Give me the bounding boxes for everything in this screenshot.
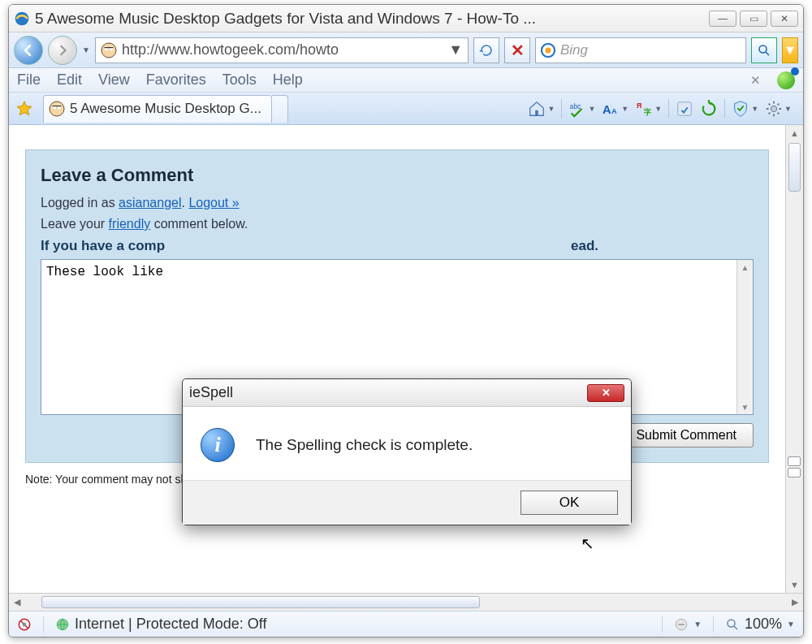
- bold-suffix: ead.: [571, 238, 598, 253]
- search-provider-dropdown[interactable]: ▼: [782, 37, 798, 63]
- dialog-message: The Spelling check is complete.: [256, 436, 473, 454]
- hscroll-right-icon[interactable]: ▶: [787, 597, 803, 607]
- zoom-icon: [725, 617, 740, 632]
- titlebar: 5 Awesome Music Desktop Gadgets for Vist…: [9, 5, 803, 32]
- tab-label: 5 Awesome Music Desktop G...: [70, 101, 261, 117]
- dialog-body: i The Spelling check is complete.: [183, 407, 631, 480]
- vscroll-down-icon[interactable]: ▼: [786, 577, 803, 593]
- privacy-indicator[interactable]: ▼: [674, 617, 702, 632]
- svg-text:A: A: [603, 102, 611, 115]
- home-button[interactable]: ▼: [525, 97, 558, 121]
- svg-point-19: [771, 106, 776, 111]
- privacy-icon: [674, 617, 689, 632]
- search-box[interactable]: Bing: [535, 37, 746, 63]
- toolbar-close-icon[interactable]: ✕: [750, 73, 761, 88]
- search-placeholder: Bing: [560, 42, 741, 58]
- svg-point-6: [546, 47, 551, 53]
- maximize-button[interactable]: ▭: [740, 11, 767, 27]
- star-icon: [15, 100, 33, 118]
- vscroll-thumb[interactable]: [788, 143, 801, 192]
- shield-icon: [732, 100, 749, 118]
- menu-edit[interactable]: Edit: [57, 71, 82, 89]
- status-bar: Internet | Protected Mode: Off ▼ 100% ▼: [9, 611, 803, 637]
- refresh-button[interactable]: [473, 37, 499, 63]
- zoom-control[interactable]: 100% ▼: [725, 616, 795, 633]
- window-title: 5 Awesome Music Desktop Gadgets for Vist…: [35, 10, 709, 28]
- comment-heading: Leave a Comment: [41, 165, 754, 186]
- globe-icon: [55, 617, 70, 632]
- menu-help[interactable]: Help: [273, 71, 303, 89]
- address-bar-row: ▼ http://www.howtogeek.com/howto ▼ ✕ Bin…: [9, 32, 803, 68]
- ie-logo-icon: [14, 11, 30, 27]
- dialog-ok-button[interactable]: OK: [520, 491, 618, 515]
- popup-blocked-icon: [17, 617, 32, 632]
- vscroll-up-icon[interactable]: ▲: [786, 125, 803, 141]
- security-zone[interactable]: Internet | Protected Mode: Off: [55, 616, 266, 633]
- history-dropdown[interactable]: ▼: [82, 45, 90, 54]
- popup-blocked-indicator[interactable]: [17, 617, 32, 632]
- logout-link[interactable]: Logout »: [188, 196, 239, 210]
- instruction-line: If you have a compead.: [41, 238, 754, 254]
- address-bar[interactable]: http://www.howtogeek.com/howto ▼: [95, 37, 469, 63]
- menu-file[interactable]: File: [17, 71, 41, 89]
- textarea-scrollbar[interactable]: ▲ ▼: [736, 260, 753, 414]
- translate-button[interactable]: Я字 ▼: [632, 97, 665, 121]
- close-window-button[interactable]: ✕: [771, 11, 798, 27]
- hscroll-left-icon[interactable]: ◀: [9, 597, 25, 607]
- forward-button[interactable]: [48, 36, 77, 65]
- svg-rect-12: [536, 110, 539, 115]
- svg-point-24: [728, 620, 735, 627]
- gear-icon: [765, 100, 783, 118]
- leave-prefix: Leave your: [41, 217, 109, 231]
- refresh-icon: [479, 43, 494, 58]
- zoom-widget-2[interactable]: [788, 468, 801, 478]
- svg-point-8: [50, 102, 64, 116]
- vertical-scrollbar[interactable]: ▲ ▼: [785, 125, 803, 593]
- scroll-up-icon[interactable]: ▲: [737, 260, 753, 274]
- feeds-button[interactable]: [672, 97, 697, 121]
- favorites-star-button[interactable]: [14, 98, 35, 119]
- dialog-close-button[interactable]: ✕: [587, 384, 624, 402]
- logged-prefix: Logged in as: [41, 196, 119, 210]
- svg-text:abc: abc: [570, 103, 581, 110]
- scroll-down-icon[interactable]: ▼: [737, 400, 753, 414]
- tab-command-bar: 5 Awesome Music Desktop G... ▼ abc ▼ AA …: [9, 93, 803, 125]
- dialog-titlebar[interactable]: ieSpell ✕: [183, 379, 631, 407]
- search-go-button[interactable]: [751, 37, 777, 63]
- url-text: http://www.howtogeek.com/howto: [122, 41, 443, 58]
- svg-rect-18: [678, 102, 692, 115]
- dialog-title: ieSpell: [189, 384, 587, 401]
- addon-orb-icon[interactable]: [777, 71, 795, 89]
- menu-favorites[interactable]: Favorites: [146, 71, 206, 89]
- feeds-icon: [676, 100, 693, 118]
- spellcheck-icon: abc: [568, 100, 586, 118]
- zoom-widget-1[interactable]: [788, 456, 801, 466]
- minimize-button[interactable]: —: [709, 11, 736, 27]
- submit-comment-button[interactable]: Submit Comment: [619, 423, 754, 447]
- spellcheck-button[interactable]: abc ▼: [565, 97, 598, 121]
- text-size-icon: AA: [602, 100, 620, 118]
- horizontal-scrollbar[interactable]: ◀ ▶: [9, 593, 803, 611]
- svg-point-7: [759, 45, 767, 53]
- stop-button[interactable]: ✕: [504, 37, 530, 63]
- arrow-right-icon: [57, 45, 68, 56]
- info-icon: i: [201, 428, 235, 462]
- tools-button[interactable]: ▼: [762, 97, 795, 121]
- translate-icon: Я字: [635, 100, 653, 118]
- text-size-button[interactable]: AA ▼: [598, 97, 632, 121]
- url-dropdown[interactable]: ▼: [448, 41, 463, 58]
- content-viewport: Leave a Comment Logged in as asianangel.…: [9, 125, 803, 593]
- new-tab-button[interactable]: [272, 95, 288, 123]
- svg-rect-4: [104, 47, 113, 48]
- safety-button[interactable]: ▼: [728, 97, 762, 121]
- username-link[interactable]: asianangel: [119, 196, 181, 210]
- menu-tools[interactable]: Tools: [222, 71, 257, 89]
- refresh-green-icon: [700, 100, 718, 118]
- friendly-link[interactable]: friendly: [109, 217, 151, 231]
- back-button[interactable]: [14, 36, 43, 65]
- menu-view[interactable]: View: [98, 71, 130, 89]
- hscroll-thumb[interactable]: [41, 596, 480, 608]
- svg-text:A: A: [611, 106, 617, 115]
- refresh-all-button[interactable]: [697, 97, 721, 121]
- active-tab[interactable]: 5 Awesome Music Desktop G...: [43, 95, 272, 123]
